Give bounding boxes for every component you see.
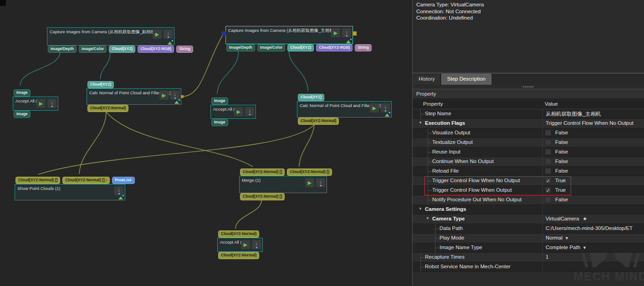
step-button[interactable]: ↓ bbox=[245, 107, 254, 116]
step-button[interactable]: ↓ bbox=[114, 186, 123, 195]
output-port[interactable]: Cloud(XYZ-Normal) bbox=[298, 117, 339, 125]
input-port[interactable]: Cloud(XYZ) bbox=[87, 81, 114, 88]
wire-9[interactable] bbox=[182, 35, 223, 97]
property-value-cell[interactable]: Trigger Control Flow When No Output bbox=[542, 119, 644, 128]
play-button[interactable] bbox=[331, 28, 340, 37]
property-row-9[interactable]: Notify Procedure Out When No OutputFalse bbox=[413, 195, 644, 205]
output-port[interactable]: Cloud(XYZ-Normal) bbox=[218, 252, 259, 259]
input-port[interactable]: Cloud(XYZ-Normal) [] bbox=[287, 169, 332, 176]
node-calc-normal-1[interactable]: Calc Normal of Point Cloud and Filter It… bbox=[87, 88, 181, 105]
property-row-10[interactable]: ▼Camera Settings bbox=[413, 205, 644, 214]
checkbox-unchecked[interactable] bbox=[545, 130, 551, 136]
node-merge-1[interactable]: Merge (1)↓Cloud(XYZ-Normal) []Cloud(XYZ-… bbox=[239, 176, 327, 193]
output-port[interactable]: Cloud(XYZ-Normal) [] bbox=[240, 193, 285, 200]
node-accept-all-3[interactable]: Accept All (3)↓ImageImage bbox=[210, 105, 256, 119]
node-accept-all-1[interactable]: Accept All (1)↓Cloud(XYZ-Normal)Cloud(XY… bbox=[217, 238, 263, 252]
play-button[interactable] bbox=[153, 30, 162, 39]
play-button[interactable] bbox=[370, 103, 379, 112]
input-port[interactable]: Image bbox=[14, 89, 31, 97]
node-capture-main[interactable]: Capture Images from Camera (从相机获取图像_主相机)… bbox=[225, 26, 353, 44]
control-flow-out-port[interactable] bbox=[181, 95, 184, 98]
node-show-point-clouds-1[interactable]: Show Point Clouds (1)↓Cloud(XYZ-Normal) … bbox=[15, 184, 125, 200]
output-port[interactable]: Image/Color bbox=[79, 46, 107, 53]
input-port[interactable]: Cloud(XYZ-Normal) [] bbox=[15, 177, 60, 184]
property-value-cell[interactable]: False bbox=[542, 138, 644, 148]
output-port[interactable]: Cloud(XYZ-RGB) bbox=[316, 44, 353, 51]
property-row-13[interactable]: Play ModeNormal▼ bbox=[413, 234, 644, 243]
play-button[interactable] bbox=[36, 99, 46, 108]
property-value-cell[interactable]: False bbox=[542, 157, 644, 167]
wire-6[interactable] bbox=[38, 125, 314, 174]
output-port[interactable]: Cloud(XYZ-Normal) bbox=[87, 105, 128, 112]
property-row-4[interactable]: Reuse InputFalse bbox=[413, 148, 644, 157]
property-value-cell[interactable]: 从相机获取图像_主相机 bbox=[542, 109, 644, 119]
property-row-2[interactable]: Visualize OutputFalse bbox=[413, 128, 644, 138]
input-port[interactable]: Image bbox=[211, 97, 228, 105]
tab-step-description[interactable]: Step Description bbox=[441, 74, 491, 85]
step-button[interactable]: ↓ bbox=[164, 30, 173, 39]
node-capture-secondary[interactable]: Capture Images from Camera (从相机获取图像_副相机)… bbox=[47, 27, 174, 46]
property-row-8[interactable]: Trigger Control Flow When Output✓True bbox=[413, 186, 644, 195]
step-button[interactable]: ↓ bbox=[170, 91, 179, 100]
property-value-cell[interactable]: False bbox=[542, 195, 644, 205]
step-button[interactable]: ↓ bbox=[381, 103, 390, 112]
input-port[interactable]: PoseList- bbox=[112, 177, 135, 184]
checkbox-unchecked[interactable] bbox=[545, 139, 551, 145]
play-button[interactable] bbox=[305, 178, 314, 187]
wire-0[interactable] bbox=[20, 51, 60, 86]
play-button[interactable] bbox=[234, 107, 243, 116]
output-port[interactable]: Image/Depth bbox=[48, 46, 77, 53]
wire-7[interactable] bbox=[299, 125, 314, 167]
tab-history[interactable]: History bbox=[413, 74, 441, 85]
property-value-cell[interactable]: ✓True bbox=[542, 176, 644, 186]
node-calc-normal-2[interactable]: Calc Normal of Point Cloud and Filter It… bbox=[297, 101, 392, 117]
checkbox-unchecked[interactable] bbox=[545, 197, 551, 203]
property-value-cell[interactable]: C:/Users/mech-mind-305/Desktop/ET bbox=[542, 224, 644, 234]
play-button[interactable] bbox=[241, 240, 250, 249]
step-button[interactable]: ↓ bbox=[342, 28, 351, 37]
wire-3[interactable] bbox=[289, 50, 308, 92]
output-port[interactable]: Cloud(XYZ-RGB) bbox=[138, 46, 174, 53]
node-accept-all-2[interactable]: Accept All (2)↓ImageImage bbox=[13, 97, 58, 111]
control-flow-out-port[interactable] bbox=[353, 31, 357, 36]
expander-icon[interactable]: ▼ bbox=[419, 121, 422, 125]
output-port[interactable]: Image bbox=[14, 111, 31, 118]
property-value-cell[interactable]: False bbox=[542, 148, 644, 157]
input-port[interactable]: Cloud(XYZ-Normal) [] - bbox=[62, 177, 110, 184]
checkbox-checked[interactable]: ✓ bbox=[545, 178, 551, 184]
dropdown-arrow-icon[interactable]: ▼ bbox=[583, 245, 587, 250]
output-port[interactable]: Image bbox=[211, 119, 228, 126]
output-port[interactable]: String bbox=[355, 44, 372, 51]
input-port[interactable]: Cloud(XYZ-Normal) [] bbox=[240, 169, 285, 176]
wire-1[interactable] bbox=[100, 51, 110, 79]
step-button[interactable]: ↓ bbox=[47, 99, 56, 108]
checkbox-unchecked[interactable] bbox=[545, 149, 551, 155]
property-row-7[interactable]: Trigger Control Flow When No Output✓True bbox=[413, 176, 644, 186]
expander-icon[interactable]: ▼ bbox=[426, 216, 429, 220]
property-row-12[interactable]: Data PathC:/Users/mech-mind-305/Desktop/… bbox=[413, 224, 644, 234]
output-port[interactable]: Cloud(XYZ) bbox=[109, 46, 135, 53]
step-button[interactable]: ↓ bbox=[252, 240, 261, 249]
expander-icon[interactable]: ▼ bbox=[419, 207, 422, 211]
property-row-11[interactable]: ▼Camera TypeVirtualCamera ★ bbox=[413, 214, 644, 224]
splitter-handle[interactable]: •••••• bbox=[413, 85, 644, 89]
output-port[interactable]: String bbox=[176, 46, 193, 53]
step-button[interactable]: ↓ bbox=[316, 178, 325, 187]
wire-2[interactable] bbox=[217, 50, 239, 94]
input-port[interactable]: Cloud(XYZ) bbox=[298, 94, 324, 101]
output-port[interactable]: Image/Depth bbox=[226, 44, 255, 51]
checkbox-checked[interactable]: ✓ bbox=[545, 187, 551, 193]
output-port[interactable]: Cloud(XYZ) bbox=[287, 44, 314, 51]
checkbox-unchecked[interactable] bbox=[545, 168, 551, 174]
property-value-cell[interactable]: Normal▼ bbox=[542, 234, 644, 243]
output-port[interactable]: Image/Color bbox=[257, 44, 285, 51]
node-graph-canvas[interactable]: Capture Images from Camera (从相机获取图像_副相机)… bbox=[0, 0, 412, 286]
property-value-cell[interactable]: False bbox=[542, 128, 644, 138]
property-value-cell[interactable]: VirtualCamera ★ bbox=[542, 214, 644, 224]
dropdown-arrow-icon[interactable]: ▼ bbox=[565, 236, 569, 240]
checkbox-unchecked[interactable] bbox=[545, 158, 551, 164]
property-row-1[interactable]: ▼Execution FlagsTrigger Control Flow Whe… bbox=[413, 119, 644, 128]
property-value-cell[interactable]: ✓True bbox=[542, 186, 644, 195]
property-value-cell[interactable] bbox=[542, 205, 644, 214]
property-row-6[interactable]: Reload FileFalse bbox=[413, 167, 644, 176]
